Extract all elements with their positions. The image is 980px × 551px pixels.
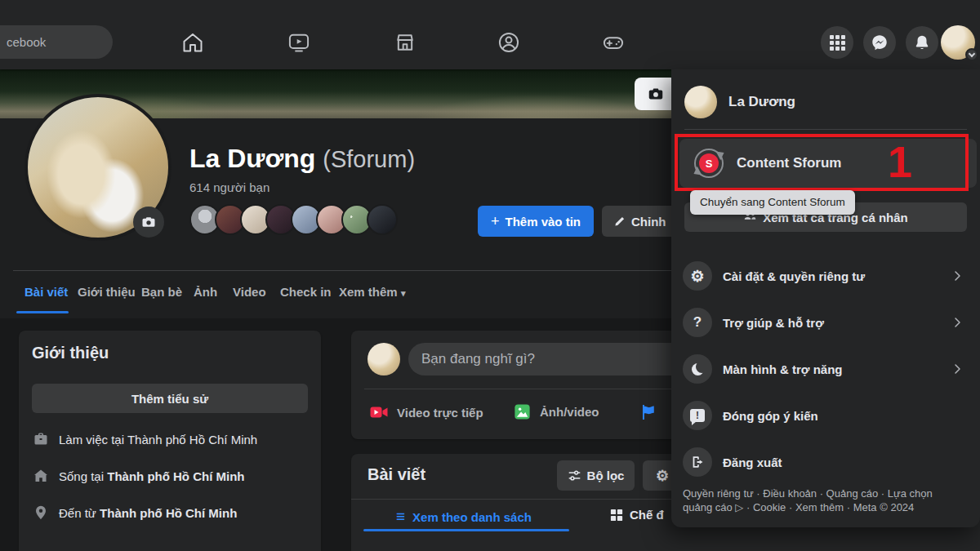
question-mark-icon: ? <box>693 314 702 331</box>
photo-video-label: Ảnh/video <box>540 405 599 419</box>
location-pin-icon <box>33 504 49 521</box>
feedback-icon: ! <box>690 409 705 422</box>
menu-item-help[interactable]: ? Trợ giúp & hỗ trợ <box>676 301 975 344</box>
list-view-label: Xem theo danh sách <box>412 510 532 524</box>
edit-profile-label: Chỉnh <box>631 215 666 229</box>
intro-lives-place[interactable]: Thành phố Hồ Chí Minh <box>107 469 244 483</box>
account-chevron-badge <box>965 48 978 61</box>
camera-icon <box>140 214 157 230</box>
filter-label: Bộ lọc <box>587 469 625 482</box>
list-icon: ≡ <box>396 508 405 526</box>
live-video-icon <box>369 402 389 422</box>
intro-lives-item: Sống tại Thành phố Hồ Chí Minh <box>33 468 245 484</box>
gear-icon: ⚙ <box>656 467 669 485</box>
chevron-right-icon <box>951 316 964 329</box>
grid-view-toggle[interactable]: Chế đ <box>610 508 664 522</box>
filters-icon <box>568 469 581 482</box>
marketplace-icon[interactable] <box>394 31 416 54</box>
intro-work-item: Làm việc tại Thành phố Hồ Chí Minh <box>33 431 257 447</box>
live-video-button[interactable]: Video trực tiếp <box>369 402 483 422</box>
bell-icon <box>913 33 931 51</box>
camera-icon <box>647 85 665 103</box>
menu-footer-links[interactable]: Quyền riêng tư · Điều khoản · Quảng cáo … <box>683 487 957 514</box>
chevron-down-icon: ▾ <box>401 288 406 298</box>
switch-account-content-sforum[interactable]: S Content Sforum <box>679 139 977 188</box>
tab-posts[interactable]: Bài viết <box>24 285 68 299</box>
tab-photos[interactable]: Ảnh <box>194 285 217 299</box>
exclamation-glyph: ! <box>696 410 699 421</box>
intro-work-place[interactable]: Thành phố Hồ Chí Minh <box>127 433 257 447</box>
menu-profile-name: La Dương <box>728 94 795 110</box>
tab-about[interactable]: Giới thiệu <box>78 285 136 299</box>
edit-profile-button[interactable]: Chỉnh <box>602 206 678 237</box>
chevron-right-icon <box>951 362 964 375</box>
menu-avatar <box>684 86 717 118</box>
switch-account-tooltip: Chuyển sang Content Sforum <box>690 190 855 215</box>
grid-icon <box>610 509 623 522</box>
tab-videos[interactable]: Video <box>233 285 266 299</box>
apps-grid-icon <box>830 35 845 51</box>
menu-item-settings[interactable]: ⚙ Cài đặt & quyền riêng tư <box>676 255 975 297</box>
intro-work-prefix: Làm việc tại <box>59 433 127 447</box>
friends-count[interactable]: 614 người bạn <box>189 180 270 194</box>
add-bio-button[interactable]: Thêm tiểu sử <box>32 384 308 413</box>
profile-alias: (Sforum) <box>323 146 415 172</box>
edit-profile-picture-button[interactable] <box>133 207 164 238</box>
groups-icon[interactable] <box>497 31 520 54</box>
menu-item-display[interactable]: Màn hình & trợ năng <box>676 348 975 390</box>
composer-avatar[interactable] <box>368 343 400 375</box>
menu-item-feedback[interactable]: ! Đóng góp ý kiến <box>676 394 975 437</box>
house-icon <box>33 468 49 484</box>
filter-button[interactable]: Bộ lọc <box>557 460 635 491</box>
intro-from-place[interactable]: Thành phố Hồ Chí Minh <box>100 506 237 520</box>
top-navbar: cebook <box>0 0 980 69</box>
gaming-icon[interactable] <box>602 31 625 54</box>
menu-item-label: Đăng xuất <box>723 455 975 469</box>
messenger-icon <box>871 33 889 51</box>
photo-icon <box>513 402 532 421</box>
tab-friends[interactable]: Bạn bè <box>141 285 182 299</box>
intro-from-prefix: Đến từ <box>59 506 100 520</box>
menu-item-label: Màn hình & trợ năng <box>723 362 940 376</box>
intro-title: Giới thiệu <box>32 344 308 362</box>
list-view-toggle[interactable]: ≡ Xem theo danh sách <box>396 508 532 526</box>
plus-icon: + <box>491 213 500 230</box>
briefcase-icon <box>33 431 49 447</box>
profile-name: La Dương (Sforum) <box>189 144 415 174</box>
live-video-label: Video trực tiếp <box>397 406 483 420</box>
grid-view-label: Chế đ <box>630 508 664 522</box>
tab-more-label: Xem thêm <box>339 285 398 299</box>
pencil-icon <box>613 216 626 228</box>
menu-item-label: Đóng góp ý kiến <box>723 409 975 423</box>
profile-name-text: La Dương <box>189 144 315 173</box>
tab-checkin[interactable]: Check in <box>280 285 332 299</box>
menu-item-label: Trợ giúp & hỗ trợ <box>723 316 940 330</box>
active-tab-underline <box>16 311 69 313</box>
chevron-right-icon <box>951 269 964 282</box>
logout-icon <box>690 455 705 469</box>
watch-video-icon[interactable] <box>287 31 310 54</box>
posts-title: Bài viết <box>368 465 425 484</box>
gear-icon: ⚙ <box>690 267 704 286</box>
menu-divider <box>684 129 967 130</box>
menu-profile-link[interactable]: La Dương <box>684 86 795 118</box>
search-input[interactable]: cebook <box>0 25 113 59</box>
life-event-button[interactable] <box>639 402 666 422</box>
list-view-underline <box>363 529 569 531</box>
notifications-button[interactable] <box>906 26 938 59</box>
friend-avatars <box>189 204 398 235</box>
home-icon[interactable] <box>181 31 204 54</box>
switch-account-label: Content Sforum <box>737 155 841 171</box>
menu-item-logout[interactable]: Đăng xuất <box>676 441 975 483</box>
sforum-switch-icon: S <box>693 147 725 180</box>
intro-from-item: Đến từ Thành phố Hồ Chí Minh <box>33 504 237 521</box>
moon-icon <box>692 363 704 375</box>
tab-more[interactable]: Xem thêm ▾ <box>339 285 405 299</box>
photo-video-button[interactable]: Ảnh/video <box>513 402 599 421</box>
friend-avatar[interactable] <box>367 204 398 235</box>
account-menu-dropdown: La Dương S Content Sforum 1 Xem tất cả t… <box>671 69 980 527</box>
apps-menu-button[interactable] <box>821 26 853 59</box>
messenger-button[interactable] <box>863 26 896 59</box>
add-story-button[interactable]: + Thêm vào tin <box>478 206 594 237</box>
add-story-label: Thêm vào tin <box>506 215 581 229</box>
